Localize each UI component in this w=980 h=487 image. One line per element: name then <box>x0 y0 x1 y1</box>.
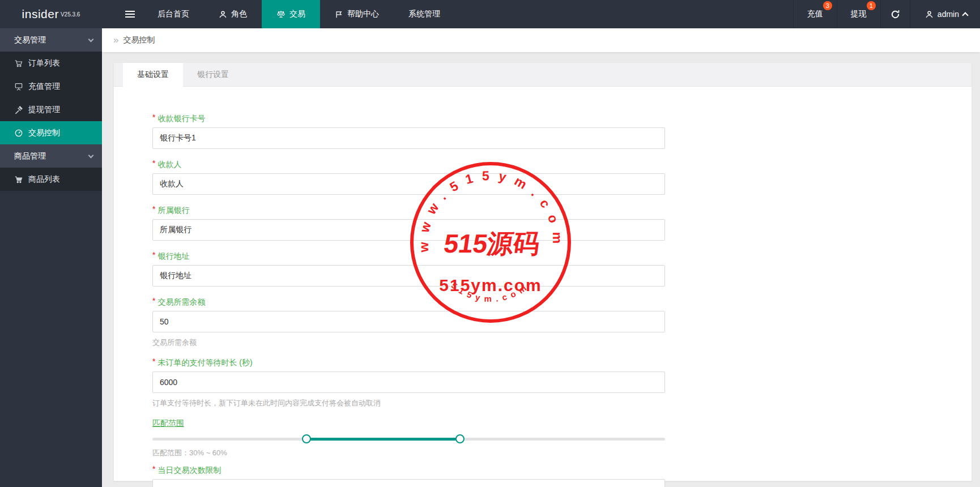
nav-item-help-center[interactable]: 帮助中心 <box>320 0 394 28</box>
refresh-icon[interactable] <box>880 0 910 28</box>
tab-bank-settings[interactable]: 银行设置 <box>183 63 243 87</box>
field-required-balance: *交易所需余额 交易所需余额 <box>152 296 665 347</box>
field-bank-address: *银行地址 <box>152 250 665 287</box>
bank-name-input[interactable] <box>152 219 665 241</box>
chevron-up-icon <box>962 12 968 18</box>
sidebar-group-label: 商品管理 <box>14 151 46 161</box>
hamburger-menu-icon[interactable] <box>120 0 139 28</box>
sidebar-item-recharge-management[interactable]: 充值管理 <box>0 75 102 98</box>
nav-item-label: 系统管理 <box>408 9 440 19</box>
required-asterisk: * <box>152 113 155 122</box>
withdraw-badge: 1 <box>867 1 876 10</box>
bank-card-number-input[interactable] <box>152 127 665 149</box>
gavel-icon <box>14 105 23 114</box>
nav-item-trade[interactable]: 交易 <box>262 0 320 28</box>
field-bank-name: *所属银行 <box>152 204 665 241</box>
chevron-down-icon <box>88 152 94 158</box>
match-range-slider[interactable] <box>152 434 665 443</box>
field-label: *收款人 <box>152 159 665 170</box>
top-navigation: 后台首页 角色 交易 帮助中心 系统管理 <box>143 0 455 28</box>
sidebar-item-label: 充值管理 <box>28 82 60 92</box>
nav-item-roles[interactable]: 角色 <box>204 0 262 28</box>
slider-handle-max[interactable] <box>455 434 465 443</box>
withdraw-button[interactable]: 提现 1 <box>837 0 880 28</box>
recharge-badge: 3 <box>823 1 832 10</box>
topbar-actions: 充值 3 提现 1 admin <box>793 0 980 28</box>
scale-icon <box>276 10 286 19</box>
topbar: insider V25.3.6 后台首页 角色 交易 帮助中心 系统管理 <box>0 0 980 28</box>
logo-version: V25.3.6 <box>61 11 80 18</box>
field-payee: *收款人 <box>152 159 665 195</box>
field-label: *银行地址 <box>152 250 665 262</box>
sidebar-item-trade-control[interactable]: 交易控制 <box>0 121 102 144</box>
recharge-button[interactable]: 充值 3 <box>793 0 837 28</box>
required-asterisk: * <box>152 159 155 168</box>
field-payment-wait-time: *未订单的支付等待时长 (秒) 订单支付等待时长，新下订单未在此时间内容完成支付… <box>152 357 665 408</box>
sidebar-item-product-list[interactable]: 商品列表 <box>0 168 102 191</box>
cart-icon <box>14 175 23 184</box>
payment-wait-time-input[interactable] <box>152 371 665 393</box>
nav-item-label: 角色 <box>231 9 247 19</box>
sidebar-group-product-management[interactable]: 商品管理 <box>0 144 102 168</box>
field-label: *未订单的支付等待时长 (秒) <box>152 357 665 368</box>
sidebar-item-order-list[interactable]: 订单列表 <box>0 52 102 75</box>
sidebar-item-label: 商品列表 <box>28 174 60 185</box>
user-menu[interactable]: admin <box>910 0 980 28</box>
slider-handle-min[interactable] <box>302 434 311 443</box>
breadcrumb: » 交易控制 <box>102 28 980 52</box>
user-icon <box>925 10 934 19</box>
username: admin <box>938 10 959 19</box>
payee-input[interactable] <box>152 173 665 195</box>
board-icon <box>14 82 23 91</box>
breadcrumb-text: 交易控制 <box>123 35 155 45</box>
person-icon <box>219 10 227 19</box>
content-card: 基础设置 银行设置 *收款银行卡号 *收款人 *所属银行 *银行地址 <box>113 62 972 481</box>
nav-item-label: 交易 <box>289 9 305 19</box>
slider-fill <box>306 438 461 441</box>
cart-icon <box>14 59 23 68</box>
daily-trade-limit-input[interactable] <box>152 479 665 487</box>
bank-address-input[interactable] <box>152 265 665 287</box>
sidebar-item-withdraw-management[interactable]: 提现管理 <box>0 98 102 121</box>
nav-item-label: 后台首页 <box>157 9 189 19</box>
tab-strip: 基础设置 银行设置 <box>114 63 972 87</box>
field-label: *所属银行 <box>152 204 665 216</box>
settings-form: *收款银行卡号 *收款人 *所属银行 *银行地址 *交易所需余额 交易所需余额 <box>114 87 972 487</box>
nav-item-label: 帮助中心 <box>347 9 379 19</box>
field-bank-card-number: *收款银行卡号 <box>152 113 665 149</box>
flag-icon <box>335 10 343 19</box>
tab-label: 基础设置 <box>137 70 169 80</box>
logo-text: insider <box>22 7 59 21</box>
sidebar-item-label: 交易控制 <box>28 128 60 138</box>
required-asterisk: * <box>152 296 155 305</box>
sidebar: 交易管理 订单列表 充值管理 提现管理 交易控制 商品管理 商品列表 <box>0 28 102 487</box>
double-chevron-right-icon: » <box>113 35 118 46</box>
withdraw-label: 提现 <box>851 9 867 19</box>
required-asterisk: * <box>152 464 155 473</box>
required-balance-input[interactable] <box>152 311 665 332</box>
nav-item-dashboard[interactable]: 后台首页 <box>143 0 204 28</box>
match-range-label: 匹配范围 <box>152 417 184 429</box>
match-range-helper-text: 匹配范围：30% ~ 60% <box>152 448 665 458</box>
required-asterisk: * <box>152 204 155 213</box>
field-label: *收款银行卡号 <box>152 113 665 124</box>
tab-label: 银行设置 <box>197 70 229 80</box>
field-daily-trade-limit: *当日交易次数限制 <box>152 464 665 487</box>
field-label: *当日交易次数限制 <box>152 464 665 476</box>
sidebar-item-label: 提现管理 <box>28 105 60 115</box>
field-label: *交易所需余额 <box>152 296 665 307</box>
field-helper-text: 订单支付等待时长，新下订单未在此时间内容完成支付将会被自动取消 <box>152 398 665 408</box>
sidebar-group-label: 交易管理 <box>14 35 46 45</box>
required-asterisk: * <box>152 250 155 259</box>
sidebar-item-label: 订单列表 <box>28 58 60 69</box>
logo: insider V25.3.6 <box>0 0 102 28</box>
nav-item-system[interactable]: 系统管理 <box>394 0 455 28</box>
main-content: » 交易控制 基础设置 银行设置 *收款银行卡号 *收款人 *所属银行 <box>102 28 980 487</box>
gauge-icon <box>14 129 23 138</box>
chevron-down-icon <box>88 36 94 42</box>
sidebar-group-trade-management[interactable]: 交易管理 <box>0 28 102 52</box>
tab-basic-settings[interactable]: 基础设置 <box>123 63 183 87</box>
required-asterisk: * <box>152 357 155 366</box>
recharge-label: 充值 <box>807 9 823 19</box>
field-match-range: 匹配范围 匹配范围：30% ~ 60% <box>152 417 665 458</box>
